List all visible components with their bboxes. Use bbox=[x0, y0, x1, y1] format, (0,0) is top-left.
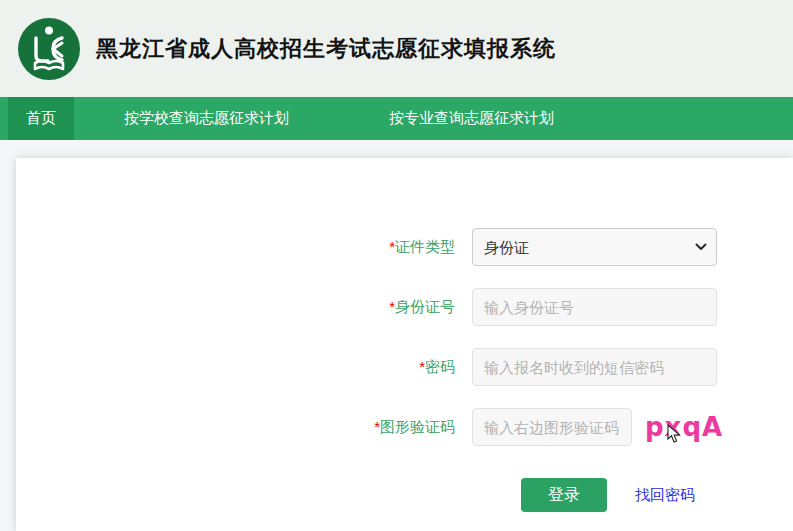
captcha-label: *图形验证码 bbox=[16, 418, 472, 437]
id-number-label: *身份证号 bbox=[16, 298, 472, 317]
site-logo-icon bbox=[18, 18, 80, 80]
id-type-select[interactable]: 身份证 bbox=[472, 228, 717, 266]
captcha-input[interactable] bbox=[472, 408, 632, 446]
form-row-id-type: *证件类型 身份证 bbox=[16, 228, 793, 266]
nav-item-plan-by-major[interactable]: 按专业查询志愿征求计划 bbox=[339, 97, 604, 140]
forgot-password-link[interactable]: 找回密码 bbox=[635, 486, 695, 505]
mouse-cursor-icon bbox=[667, 424, 680, 443]
id-type-select-wrap: 身份证 bbox=[472, 228, 717, 266]
main-nav: 首页 按学校查询志愿征求计划 按专业查询志愿征求计划 bbox=[0, 97, 793, 140]
captcha-image[interactable]: pxqA bbox=[645, 408, 723, 446]
id-number-input[interactable] bbox=[472, 288, 717, 326]
form-row-password: *密码 bbox=[16, 348, 793, 386]
nav-item-plan-by-school[interactable]: 按学校查询志愿征求计划 bbox=[74, 97, 339, 140]
content-area: *证件类型 身份证 *身份证号 *密码 bbox=[0, 140, 793, 531]
form-row-id-number: *身份证号 bbox=[16, 288, 793, 326]
form-row-captcha: *图形验证码 pxqA bbox=[16, 408, 793, 446]
login-panel: *证件类型 身份证 *身份证号 *密码 bbox=[16, 158, 793, 531]
id-type-label: *证件类型 bbox=[16, 238, 472, 257]
captcha-text: pxqA bbox=[645, 412, 723, 442]
page-header: 黑龙江省成人高校招生考试志愿征求填报系统 bbox=[0, 0, 793, 97]
password-input[interactable] bbox=[472, 348, 717, 386]
form-actions: 登录 找回密码 bbox=[16, 478, 793, 512]
page-title: 黑龙江省成人高校招生考试志愿征求填报系统 bbox=[96, 34, 556, 64]
nav-item-home[interactable]: 首页 bbox=[8, 97, 74, 140]
login-form: *证件类型 身份证 *身份证号 *密码 bbox=[16, 158, 793, 512]
password-label: *密码 bbox=[16, 358, 472, 377]
login-button[interactable]: 登录 bbox=[521, 478, 607, 512]
